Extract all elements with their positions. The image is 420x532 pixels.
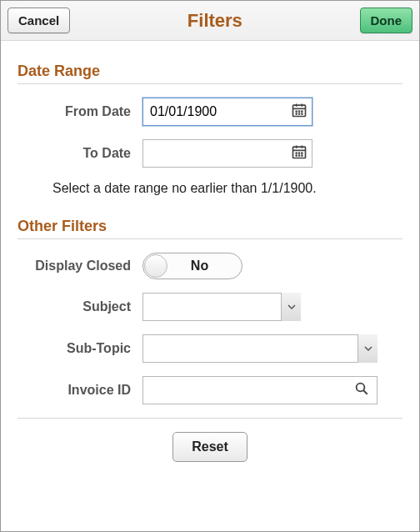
toggle-knob [144,254,168,278]
footer: Reset [18,432,402,462]
dialog-header: Cancel Filters Done [1,1,419,41]
subject-label: Subject [18,299,142,314]
to-date-input[interactable] [142,139,312,168]
invoice-id-label: Invoice ID [18,383,142,398]
display-closed-toggle[interactable]: No [142,253,242,279]
subject-row: Subject [18,293,402,321]
from-date-field [142,98,312,126]
divider [18,238,402,239]
subject-select[interactable] [142,293,301,321]
subject-select-wrap [142,293,301,321]
other-filters-section-title: Other Filters [18,218,402,235]
reset-button[interactable]: Reset [172,432,248,462]
date-range-section-title: Date Range [18,63,402,80]
search-icon[interactable] [354,381,369,399]
to-date-label: To Date [18,146,142,161]
from-date-input[interactable] [142,98,312,126]
invoice-row: Invoice ID [18,376,402,404]
from-date-row: From Date [18,98,402,126]
display-closed-label: Display Closed [18,258,142,274]
subtopic-row: Sub-Topic [18,334,402,363]
done-button[interactable]: Done [360,8,413,33]
to-date-row: To Date [18,139,402,168]
subtopic-select[interactable] [142,334,378,363]
cancel-button[interactable]: Cancel [8,8,70,33]
divider [18,418,402,419]
subtopic-label: Sub-Topic [18,341,142,356]
subtopic-select-wrap [142,334,378,363]
dialog-title: Filters [70,10,359,32]
divider [18,83,402,84]
display-closed-row: Display Closed No [18,253,402,279]
date-range-helper-text: Select a date range no earlier than 1/1/… [52,181,402,196]
svg-point-20 [357,384,365,392]
invoice-id-input[interactable] [142,376,378,404]
invoice-id-field [142,376,378,404]
to-date-field [142,139,312,168]
svg-line-21 [363,390,368,394]
toggle-value-label: No [168,258,242,274]
dialog-content: Date Range From Date [1,41,419,479]
from-date-label: From Date [18,104,142,119]
